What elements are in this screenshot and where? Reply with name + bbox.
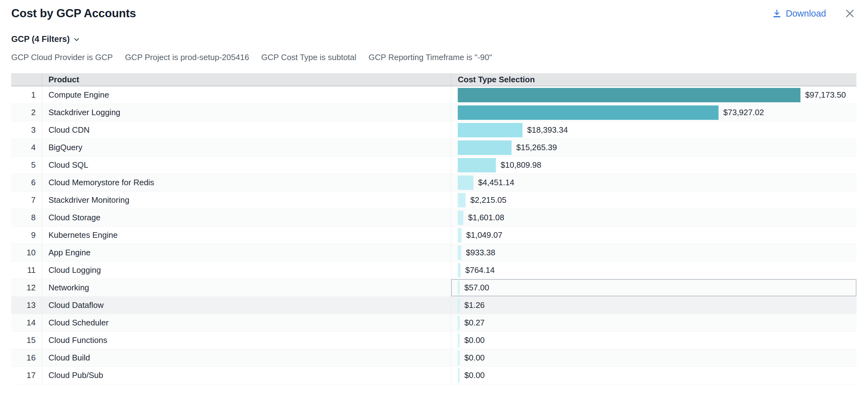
applied-filters: GCP Cloud Provider is GCP GCP Project is… — [11, 53, 857, 62]
row-number: 4 — [11, 139, 42, 156]
row-number: 14 — [11, 314, 42, 331]
row-number: 10 — [11, 244, 42, 261]
table-row[interactable]: 11 Cloud Logging $764.14 — [11, 262, 857, 279]
cost-cell[interactable]: $0.00 — [451, 332, 857, 349]
row-number: 5 — [11, 156, 42, 174]
filter-group-toggle[interactable]: GCP (4 Filters) — [11, 34, 80, 44]
cost-cell[interactable]: $0.00 — [451, 367, 857, 384]
cost-cell[interactable]: $15,265.39 — [451, 139, 857, 156]
cost-value: $0.00 — [464, 370, 485, 380]
cost-bar[interactable] — [458, 246, 461, 260]
row-number: 12 — [11, 279, 42, 296]
cost-value: $10,809.98 — [501, 160, 541, 170]
cost-value: $4,451.14 — [478, 178, 514, 187]
cost-value: $57.00 — [464, 283, 489, 293]
cost-cell[interactable]: $4,451.14 — [451, 174, 857, 191]
row-number: 3 — [11, 121, 42, 139]
row-number-header — [11, 73, 42, 86]
page-title: Cost by GCP Accounts — [11, 7, 772, 20]
row-number: 8 — [11, 209, 42, 226]
cost-value: $0.00 — [464, 335, 485, 345]
product-cell: Cloud Storage — [42, 209, 451, 226]
panel-header: Cost by GCP Accounts Download — [0, 0, 868, 20]
cost-bar[interactable] — [458, 123, 523, 138]
product-column-header[interactable]: Product — [42, 73, 451, 86]
cost-bar[interactable] — [458, 211, 463, 225]
product-cell: Stackdriver Monitoring — [42, 191, 451, 209]
table-row[interactable]: 10 App Engine $933.38 — [11, 244, 857, 262]
cost-cell[interactable]: $933.38 — [451, 244, 857, 261]
table-row[interactable]: 8 Cloud Storage $1,601.08 — [11, 209, 857, 226]
product-cell: Cloud Functions — [42, 332, 451, 349]
table-row[interactable]: 6 Cloud Memorystore for Redis $4,451.14 — [11, 174, 857, 191]
cost-value: $1.26 — [464, 300, 485, 310]
cost-bar[interactable] — [458, 158, 496, 173]
row-number: 13 — [11, 297, 42, 314]
cost-cell[interactable]: $0.00 — [451, 349, 857, 366]
cost-cell[interactable]: $97,173.50 — [451, 86, 857, 103]
product-cell: Cloud SQL — [42, 156, 451, 174]
cost-cell[interactable]: $1.26 — [451, 297, 857, 314]
cost-value: $18,393.34 — [527, 125, 568, 135]
cost-cell[interactable]: $0.27 — [451, 314, 857, 331]
cost-bar[interactable] — [458, 351, 460, 365]
product-cell: Cloud Pub/Sub — [42, 367, 451, 384]
close-button[interactable] — [844, 8, 856, 19]
download-button[interactable]: Download — [772, 8, 826, 19]
table-row[interactable]: 14 Cloud Scheduler $0.27 — [11, 314, 857, 332]
cost-cell[interactable]: $764.14 — [451, 262, 857, 279]
cost-value: $15,265.39 — [516, 143, 557, 152]
cost-bar[interactable] — [458, 228, 462, 242]
table-row[interactable]: 5 Cloud SQL $10,809.98 — [11, 156, 857, 174]
cost-cell[interactable]: $1,049.07 — [451, 226, 857, 244]
table-row[interactable]: 7 Stackdriver Monitoring $2,215.05 — [11, 191, 857, 209]
table-row[interactable]: 13 Cloud Dataflow $1.26 — [11, 297, 857, 314]
table-row[interactable]: 2 Stackdriver Logging $73,927.02 — [11, 104, 857, 121]
table-row[interactable]: 12 Networking $57.00 — [11, 279, 857, 297]
filter-chip-project: GCP Project is prod-setup-205416 — [125, 53, 249, 62]
cost-bar[interactable] — [458, 176, 473, 190]
filter-group-label: GCP (4 Filters) — [11, 34, 70, 44]
product-cell: Stackdriver Logging — [42, 104, 451, 121]
cost-bar[interactable] — [458, 281, 460, 295]
download-label: Download — [786, 8, 826, 19]
filter-chip-reporting-timeframe: GCP Reporting Timeframe is "-90" — [369, 53, 492, 62]
cost-cell[interactable]: $10,809.98 — [451, 156, 857, 174]
table-body: 1 Compute Engine $97,173.50 2 Stackdrive… — [11, 86, 857, 384]
row-number: 6 — [11, 174, 42, 191]
table-row[interactable]: 4 BigQuery $15,265.39 — [11, 139, 857, 156]
table-row[interactable]: 1 Compute Engine $97,173.50 — [11, 86, 857, 104]
cost-cell[interactable]: $57.00 — [451, 279, 857, 296]
table-row[interactable]: 15 Cloud Functions $0.00 — [11, 332, 857, 349]
cost-bar[interactable] — [458, 316, 460, 330]
cost-bar[interactable] — [458, 88, 801, 102]
cost-cell[interactable]: $73,927.02 — [451, 104, 857, 121]
cost-value: $933.38 — [466, 248, 495, 258]
row-number: 16 — [11, 349, 42, 366]
cost-cell[interactable]: $1,601.08 — [451, 209, 857, 226]
cost-cell[interactable]: $2,215.05 — [451, 191, 857, 209]
product-cell: Cloud Memorystore for Redis — [42, 174, 451, 191]
table-row[interactable]: 9 Kubernetes Engine $1,049.07 — [11, 226, 857, 244]
row-number: 11 — [11, 262, 42, 279]
product-cell: BigQuery — [42, 139, 451, 156]
cost-value: $0.00 — [464, 353, 485, 363]
row-number: 2 — [11, 104, 42, 121]
cost-bar[interactable] — [458, 263, 461, 277]
cost-table: Product Cost Type Selection 1 Compute En… — [11, 73, 857, 384]
cost-column-header[interactable]: Cost Type Selection — [451, 73, 857, 86]
table-row[interactable]: 3 Cloud CDN $18,393.34 — [11, 121, 857, 139]
table-row[interactable]: 17 Cloud Pub/Sub $0.00 — [11, 367, 857, 384]
cost-bar[interactable] — [458, 333, 460, 347]
cost-value: $97,173.50 — [805, 90, 846, 100]
row-number: 1 — [11, 86, 42, 103]
row-number: 9 — [11, 226, 42, 244]
cost-cell[interactable]: $18,393.34 — [451, 121, 857, 139]
cost-bar[interactable] — [458, 105, 718, 120]
close-icon — [844, 15, 856, 20]
cost-bar[interactable] — [458, 141, 512, 155]
cost-bar[interactable] — [458, 298, 460, 312]
cost-bar[interactable] — [458, 193, 466, 207]
cost-bar[interactable] — [458, 368, 460, 383]
table-row[interactable]: 16 Cloud Build $0.00 — [11, 349, 857, 367]
